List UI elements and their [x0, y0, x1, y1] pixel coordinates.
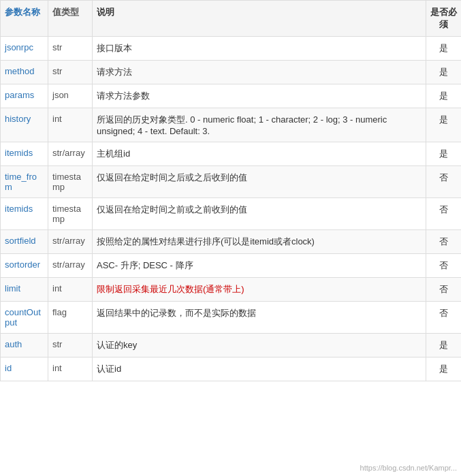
header-name: 参数名称	[1, 1, 48, 37]
cell-param-required: 是	[426, 37, 462, 61]
table-row: paramsjson请求方法参数是	[1, 84, 462, 108]
table-row: methodstr请求方法是	[1, 61, 462, 84]
header-desc: 说明	[93, 1, 426, 37]
cell-param-name: countOutput	[1, 302, 48, 334]
table-row: historyint所返回的历史对象类型. 0 - numeric float;…	[1, 108, 462, 142]
header-type: 值类型	[48, 1, 93, 37]
cell-param-type: int	[48, 358, 93, 381]
cell-param-desc: 请求方法参数	[93, 84, 426, 108]
cell-param-type: flag	[48, 302, 93, 334]
cell-param-type: timestamp	[48, 198, 93, 230]
table-row: time_fromtimestamp仅返回在给定时间之后或之后收到的值否	[1, 166, 462, 198]
cell-param-name: auth	[1, 334, 48, 358]
cell-param-type: int	[48, 278, 93, 302]
cell-param-name: time_from	[1, 166, 48, 198]
cell-param-name: id	[1, 358, 48, 381]
cell-param-type: str	[48, 61, 93, 84]
cell-param-required: 否	[426, 254, 462, 278]
cell-param-required: 否	[426, 166, 462, 198]
cell-param-type: str	[48, 37, 93, 61]
cell-param-required: 是	[426, 61, 462, 84]
table-row: countOutputflag返回结果中的记录数，而不是实际的数据否	[1, 302, 462, 334]
cell-param-name: itemids	[1, 142, 48, 166]
cell-param-required: 是	[426, 108, 462, 142]
table-row: idint认证id是	[1, 358, 462, 381]
cell-param-desc: 主机组id	[93, 142, 426, 166]
table-row: jsonrpcstr接口版本是	[1, 37, 462, 61]
cell-param-name: history	[1, 108, 48, 142]
cell-param-name: params	[1, 84, 48, 108]
cell-param-type: str/array	[48, 254, 93, 278]
cell-param-type: json	[48, 84, 93, 108]
cell-param-desc: 仅返回在给定时间之前或之前收到的值	[93, 198, 426, 230]
params-table: 参数名称 值类型 说明 是否必须 jsonrpcstr接口版本是methodst…	[0, 0, 461, 381]
cell-param-desc: 按照给定的属性对结果进行排序(可以是itemid或者clock)	[93, 230, 426, 254]
cell-param-desc: 接口版本	[93, 37, 426, 61]
header-required: 是否必须	[426, 1, 462, 37]
cell-param-desc: 所返回的历史对象类型. 0 - numeric float; 1 - chara…	[93, 108, 426, 142]
cell-param-required: 是	[426, 142, 462, 166]
cell-param-desc: 仅返回在给定时间之后或之后收到的值	[93, 166, 426, 198]
cell-param-required: 是	[426, 334, 462, 358]
cell-param-required: 否	[426, 198, 462, 230]
cell-param-name: method	[1, 61, 48, 84]
cell-param-required: 否	[426, 302, 462, 334]
cell-param-type: int	[48, 108, 93, 142]
cell-param-required: 是	[426, 358, 462, 381]
table-row: limitint限制返回采集最近几次数据(通常带上)否	[1, 278, 462, 302]
table-row: sortfieldstr/array按照给定的属性对结果进行排序(可以是item…	[1, 230, 462, 254]
cell-param-desc: 认证的key	[93, 334, 426, 358]
cell-param-desc: 限制返回采集最近几次数据(通常带上)	[93, 278, 426, 302]
cell-param-desc: ASC- 升序; DESC - 降序	[93, 254, 426, 278]
cell-param-name: jsonrpc	[1, 37, 48, 61]
table-row: authstr认证的key是	[1, 334, 462, 358]
cell-param-desc: 返回结果中的记录数，而不是实际的数据	[93, 302, 426, 334]
table-row: itemidsstr/array主机组id是	[1, 142, 462, 166]
cell-param-name: itemids	[1, 198, 48, 230]
cell-param-type: timestamp	[48, 166, 93, 198]
cell-param-desc: 认证id	[93, 358, 426, 381]
cell-param-desc: 请求方法	[93, 61, 426, 84]
cell-param-required: 否	[426, 278, 462, 302]
cell-param-required: 是	[426, 84, 462, 108]
cell-param-type: str	[48, 334, 93, 358]
cell-param-name: sortfield	[1, 230, 48, 254]
cell-param-type: str/array	[48, 142, 93, 166]
cell-param-required: 否	[426, 230, 462, 254]
cell-param-name: sortorder	[1, 254, 48, 278]
table-row: sortorderstr/arrayASC- 升序; DESC - 降序否	[1, 254, 462, 278]
table-row: itemidstimestamp仅返回在给定时间之前或之前收到的值否	[1, 198, 462, 230]
cell-param-name: limit	[1, 278, 48, 302]
cell-param-type: str/array	[48, 230, 93, 254]
